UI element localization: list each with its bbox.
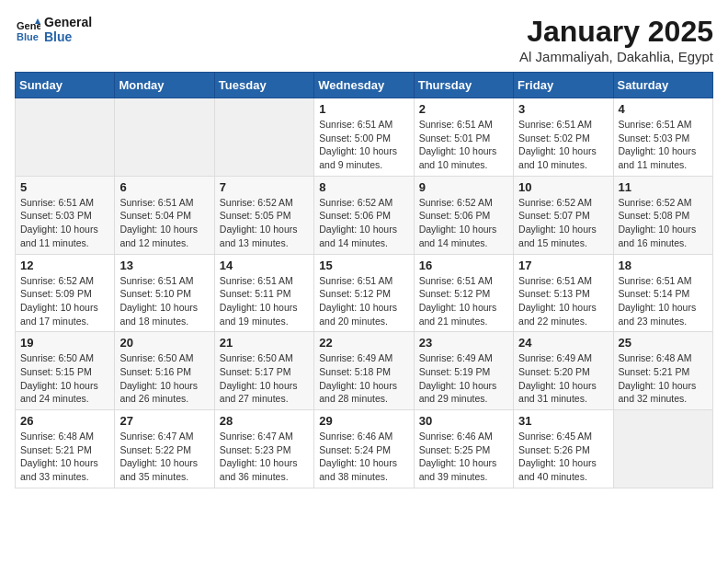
day-number: 24 [518, 336, 608, 350]
calendar-cell: 13Sunrise: 6:51 AM Sunset: 5:10 PM Dayli… [115, 254, 214, 332]
day-info: Sunrise: 6:51 AM Sunset: 5:12 PM Dayligh… [319, 274, 408, 328]
day-info: Sunrise: 6:50 AM Sunset: 5:15 PM Dayligh… [20, 351, 109, 406]
day-info: Sunrise: 6:51 AM Sunset: 5:00 PM Dayligh… [319, 118, 408, 172]
day-number: 1 [319, 102, 408, 116]
day-number: 21 [220, 336, 309, 350]
calendar-cell: 24Sunrise: 6:49 AM Sunset: 5:20 PM Dayli… [514, 332, 613, 410]
title-block: January 2025 Al Jammaliyah, Dakahlia, Eg… [519, 15, 713, 64]
weekday-header-monday: Monday [115, 73, 214, 98]
weekday-header-thursday: Thursday [414, 73, 513, 98]
day-number: 9 [419, 180, 508, 194]
calendar-title: January 2025 [519, 15, 713, 49]
day-info: Sunrise: 6:52 AM Sunset: 5:05 PM Dayligh… [220, 196, 309, 250]
day-info: Sunrise: 6:52 AM Sunset: 5:08 PM Dayligh… [619, 196, 708, 250]
day-number: 31 [518, 414, 608, 428]
day-info: Sunrise: 6:52 AM Sunset: 5:07 PM Dayligh… [518, 196, 608, 250]
day-info: Sunrise: 6:47 AM Sunset: 5:23 PM Dayligh… [220, 430, 309, 484]
day-info: Sunrise: 6:51 AM Sunset: 5:14 PM Dayligh… [619, 274, 708, 328]
day-number: 8 [319, 180, 408, 194]
day-number: 12 [20, 259, 109, 272]
day-number: 30 [419, 414, 508, 428]
day-number: 2 [419, 102, 508, 116]
calendar-subtitle: Al Jammaliyah, Dakahlia, Egypt [519, 49, 713, 64]
calendar-cell: 16Sunrise: 6:51 AM Sunset: 5:12 PM Dayli… [414, 254, 513, 332]
day-number: 19 [20, 336, 109, 350]
logo-general: General [44, 15, 92, 29]
day-info: Sunrise: 6:50 AM Sunset: 5:17 PM Dayligh… [220, 351, 309, 406]
calendar-cell: 12Sunrise: 6:52 AM Sunset: 5:09 PM Dayli… [16, 254, 115, 332]
calendar-cell: 30Sunrise: 6:46 AM Sunset: 5:25 PM Dayli… [414, 410, 513, 488]
calendar-cell [613, 410, 712, 488]
day-number: 11 [619, 180, 708, 194]
day-info: Sunrise: 6:47 AM Sunset: 5:22 PM Dayligh… [119, 430, 209, 484]
day-number: 18 [619, 259, 708, 272]
calendar-week-5: 26Sunrise: 6:48 AM Sunset: 5:21 PM Dayli… [16, 410, 713, 488]
calendar-cell: 9Sunrise: 6:52 AM Sunset: 5:06 PM Daylig… [414, 176, 513, 254]
logo: General Blue General Blue [15, 15, 92, 44]
calendar-week-1: 1Sunrise: 6:51 AM Sunset: 5:00 PM Daylig… [16, 98, 713, 177]
calendar-cell: 29Sunrise: 6:46 AM Sunset: 5:24 PM Dayli… [314, 410, 414, 488]
calendar-cell: 1Sunrise: 6:51 AM Sunset: 5:00 PM Daylig… [314, 98, 414, 177]
svg-text:Blue: Blue [17, 31, 39, 42]
day-number: 27 [119, 414, 209, 428]
day-number: 26 [20, 414, 109, 428]
calendar-cell: 19Sunrise: 6:50 AM Sunset: 5:15 PM Dayli… [16, 332, 115, 410]
day-number: 5 [20, 180, 109, 194]
day-info: Sunrise: 6:52 AM Sunset: 5:09 PM Dayligh… [20, 274, 109, 328]
calendar-cell: 22Sunrise: 6:49 AM Sunset: 5:18 PM Dayli… [314, 332, 414, 410]
day-info: Sunrise: 6:51 AM Sunset: 5:02 PM Dayligh… [518, 118, 608, 172]
day-info: Sunrise: 6:46 AM Sunset: 5:25 PM Dayligh… [419, 430, 508, 484]
weekday-header-tuesday: Tuesday [214, 73, 313, 98]
day-info: Sunrise: 6:46 AM Sunset: 5:24 PM Dayligh… [319, 430, 408, 484]
day-number: 10 [518, 180, 608, 194]
day-number: 4 [619, 102, 708, 116]
page-header: General Blue General Blue January 2025 A… [15, 15, 713, 64]
calendar-cell: 8Sunrise: 6:52 AM Sunset: 5:06 PM Daylig… [314, 176, 414, 254]
day-info: Sunrise: 6:49 AM Sunset: 5:18 PM Dayligh… [319, 351, 408, 406]
calendar-cell: 14Sunrise: 6:51 AM Sunset: 5:11 PM Dayli… [214, 254, 313, 332]
day-info: Sunrise: 6:51 AM Sunset: 5:01 PM Dayligh… [419, 118, 508, 172]
calendar-week-2: 5Sunrise: 6:51 AM Sunset: 5:03 PM Daylig… [16, 176, 713, 254]
calendar-cell: 5Sunrise: 6:51 AM Sunset: 5:03 PM Daylig… [16, 176, 115, 254]
calendar-cell: 25Sunrise: 6:48 AM Sunset: 5:21 PM Dayli… [613, 332, 712, 410]
weekday-header-saturday: Saturday [613, 73, 712, 98]
calendar-cell: 17Sunrise: 6:51 AM Sunset: 5:13 PM Dayli… [514, 254, 613, 332]
calendar-cell: 4Sunrise: 6:51 AM Sunset: 5:03 PM Daylig… [613, 98, 712, 177]
day-info: Sunrise: 6:45 AM Sunset: 5:26 PM Dayligh… [518, 430, 608, 484]
day-info: Sunrise: 6:51 AM Sunset: 5:13 PM Dayligh… [518, 274, 608, 328]
weekday-header-row: SundayMondayTuesdayWednesdayThursdayFrid… [16, 73, 713, 98]
day-number: 3 [518, 102, 608, 116]
calendar-cell: 6Sunrise: 6:51 AM Sunset: 5:04 PM Daylig… [115, 176, 214, 254]
day-info: Sunrise: 6:49 AM Sunset: 5:20 PM Dayligh… [518, 351, 608, 406]
calendar-cell: 27Sunrise: 6:47 AM Sunset: 5:22 PM Dayli… [115, 410, 214, 488]
day-info: Sunrise: 6:50 AM Sunset: 5:16 PM Dayligh… [119, 351, 209, 406]
day-number: 7 [220, 180, 309, 194]
day-info: Sunrise: 6:48 AM Sunset: 5:21 PM Dayligh… [20, 430, 109, 484]
logo-icon: General Blue [15, 17, 40, 42]
day-number: 28 [220, 414, 309, 428]
calendar-cell: 26Sunrise: 6:48 AM Sunset: 5:21 PM Dayli… [16, 410, 115, 488]
day-info: Sunrise: 6:52 AM Sunset: 5:06 PM Dayligh… [419, 196, 508, 250]
calendar-cell: 20Sunrise: 6:50 AM Sunset: 5:16 PM Dayli… [115, 332, 214, 410]
day-number: 15 [319, 259, 408, 272]
day-info: Sunrise: 6:51 AM Sunset: 5:12 PM Dayligh… [419, 274, 508, 328]
day-info: Sunrise: 6:51 AM Sunset: 5:04 PM Dayligh… [119, 196, 209, 250]
day-number: 16 [419, 259, 508, 272]
weekday-header-friday: Friday [514, 73, 613, 98]
calendar-cell: 11Sunrise: 6:52 AM Sunset: 5:08 PM Dayli… [613, 176, 712, 254]
calendar-cell [16, 98, 115, 177]
calendar-cell: 10Sunrise: 6:52 AM Sunset: 5:07 PM Dayli… [514, 176, 613, 254]
calendar-cell: 18Sunrise: 6:51 AM Sunset: 5:14 PM Dayli… [613, 254, 712, 332]
day-number: 22 [319, 336, 408, 350]
calendar-cell [214, 98, 313, 177]
calendar-cell: 2Sunrise: 6:51 AM Sunset: 5:01 PM Daylig… [414, 98, 513, 177]
calendar-cell: 28Sunrise: 6:47 AM Sunset: 5:23 PM Dayli… [214, 410, 313, 488]
day-info: Sunrise: 6:49 AM Sunset: 5:19 PM Dayligh… [419, 351, 508, 406]
day-number: 20 [119, 336, 209, 350]
day-number: 14 [220, 259, 309, 272]
calendar-cell: 7Sunrise: 6:52 AM Sunset: 5:05 PM Daylig… [214, 176, 313, 254]
day-number: 29 [319, 414, 408, 428]
day-number: 25 [619, 336, 708, 350]
day-info: Sunrise: 6:51 AM Sunset: 5:10 PM Dayligh… [119, 274, 209, 328]
day-number: 17 [518, 259, 608, 272]
